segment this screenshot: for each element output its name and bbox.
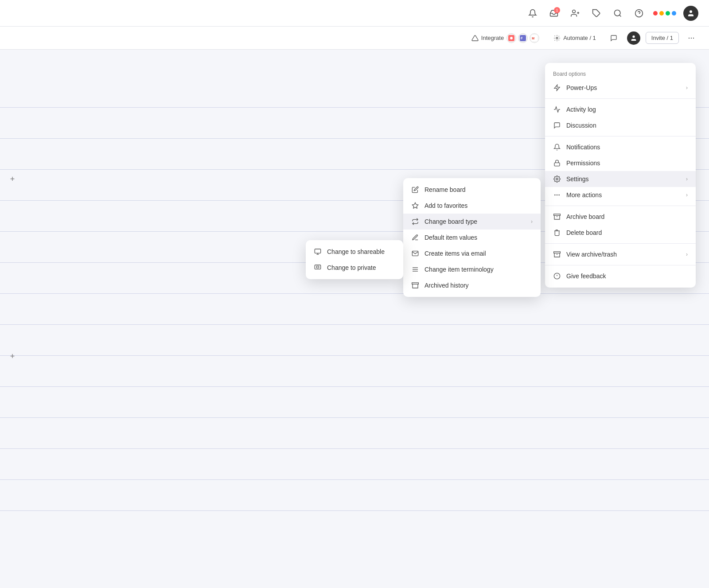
menu-item-discussion[interactable]: Discussion <box>545 117 696 133</box>
toolbar-avatar[interactable] <box>627 31 640 45</box>
svg-marker-17 <box>554 85 560 90</box>
menu-item-default-item-values[interactable]: Default item values <box>403 230 541 245</box>
integrate-button[interactable]: Integrate # M <box>467 31 544 46</box>
puzzle-button[interactable] <box>589 6 604 20</box>
create-items-email-label: Create items via email <box>425 250 533 257</box>
invite-button[interactable]: Invite / 1 <box>646 32 679 44</box>
svg-point-20 <box>554 195 556 196</box>
menu-item-permissions[interactable]: Permissions <box>545 155 696 171</box>
search-button[interactable] <box>611 6 625 20</box>
chat-button[interactable] <box>606 32 622 44</box>
svg-line-5 <box>619 15 621 16</box>
automate-button[interactable]: Automate / 1 <box>549 32 600 44</box>
permissions-label: Permissions <box>566 160 688 167</box>
inbox-badge: 1 <box>554 7 560 13</box>
power-ups-icon <box>553 84 561 92</box>
svg-rect-39 <box>316 266 319 268</box>
view-archive-icon <box>553 250 561 258</box>
notifications-menu-icon <box>553 143 561 151</box>
menu-item-view-archive[interactable]: View archive/trash › <box>545 246 696 262</box>
svg-marker-30 <box>412 202 418 208</box>
permissions-icon <box>553 159 561 167</box>
top-navigation: 1 <box>0 0 709 27</box>
archive-board-icon <box>553 213 561 221</box>
menu-item-settings[interactable]: Settings › <box>545 171 696 187</box>
add-favorites-label: Add to favorites <box>425 202 533 209</box>
menu-item-change-terminology[interactable]: Change item terminology <box>403 261 541 277</box>
add-row-button-2[interactable]: + <box>7 351 18 362</box>
integration-icon-3: M <box>530 33 539 43</box>
menu-item-delete-board[interactable]: Delete board <box>545 225 696 241</box>
secondary-toolbar: Integrate # M Automate / 1 Invi <box>0 27 709 50</box>
menu-item-activity-log[interactable]: Activity log <box>545 101 696 117</box>
invite-people-button[interactable] <box>568 6 582 20</box>
divider-3 <box>545 206 696 206</box>
change-shareable-icon <box>314 248 322 256</box>
svg-point-19 <box>556 178 558 180</box>
more-options-button[interactable]: ··· <box>684 31 698 45</box>
divider-5 <box>545 265 696 265</box>
discussion-icon <box>553 121 561 129</box>
divider-4 <box>545 243 696 244</box>
more-actions-icon <box>553 191 561 199</box>
menu-item-add-favorites[interactable]: Add to favorites <box>403 198 541 214</box>
give-feedback-icon <box>553 272 561 280</box>
main-content: + + Board options Power-Ups › Activity l… <box>0 50 709 588</box>
change-board-type-label: Change board type <box>425 218 526 225</box>
menu-item-notifications[interactable]: Notifications <box>545 139 696 155</box>
monday-logo <box>653 11 676 16</box>
default-item-values-label: Default item values <box>425 234 533 241</box>
change-board-type-icon <box>411 218 419 226</box>
power-ups-chevron: › <box>686 85 688 91</box>
delete-board-icon <box>553 229 561 237</box>
archive-board-label: Archive board <box>566 213 688 220</box>
notifications-button[interactable] <box>526 6 540 20</box>
svg-rect-18 <box>554 163 560 166</box>
add-favorites-icon <box>411 202 419 210</box>
menu-item-change-shareable[interactable]: Change to shareable <box>306 244 403 260</box>
inbox-button[interactable]: 1 <box>547 6 561 20</box>
svg-rect-35 <box>315 249 320 253</box>
delete-board-label: Delete board <box>566 229 688 236</box>
integration-icons: # M <box>506 33 539 43</box>
change-terminology-icon <box>411 265 419 273</box>
divider-2 <box>545 136 696 136</box>
menu-item-rename-board[interactable]: Rename board <box>403 182 541 198</box>
svg-point-8 <box>690 10 692 13</box>
board-options-menu: Board options Power-Ups › Activity log <box>545 63 696 288</box>
user-avatar[interactable] <box>683 6 698 21</box>
create-items-email-icon <box>411 249 419 257</box>
menu-item-change-private[interactable]: Change to private <box>306 260 403 276</box>
svg-rect-25 <box>554 252 561 253</box>
view-archive-chevron: › <box>686 251 688 257</box>
svg-rect-34 <box>412 283 419 284</box>
notifications-label: Notifications <box>566 144 688 151</box>
change-shareable-label: Change to shareable <box>327 248 395 255</box>
menu-item-give-feedback[interactable]: Give feedback <box>545 268 696 284</box>
svg-point-16 <box>632 35 635 38</box>
change-board-type-menu: Change to shareable Change to private <box>306 240 403 279</box>
menu-item-power-ups[interactable]: Power-Ups › <box>545 80 696 96</box>
menu-item-create-items-email[interactable]: Create items via email <box>403 245 541 261</box>
activity-log-icon <box>553 105 561 113</box>
power-ups-label: Power-Ups <box>566 84 681 91</box>
give-feedback-label: Give feedback <box>566 273 688 280</box>
rename-board-icon <box>411 186 419 194</box>
menu-item-archived-history[interactable]: Archived history <box>403 277 541 293</box>
add-row-button-1[interactable]: + <box>7 174 18 184</box>
svg-rect-23 <box>554 214 561 215</box>
default-item-values-icon <box>411 234 419 241</box>
integration-icon-2: # <box>518 33 528 43</box>
menu-item-archive-board[interactable]: Archive board <box>545 209 696 225</box>
svg-point-15 <box>556 37 558 39</box>
help-button[interactable] <box>632 6 646 20</box>
divider-1 <box>545 98 696 99</box>
more-actions-menu: Rename board Add to favorites Change <box>403 178 541 297</box>
change-board-type-chevron: › <box>531 218 533 225</box>
more-actions-label: More actions <box>566 191 681 199</box>
menu-item-more-actions[interactable]: More actions › <box>545 187 696 203</box>
svg-point-4 <box>615 10 620 16</box>
menu-item-change-board-type[interactable]: Change board type › <box>403 214 541 230</box>
svg-point-21 <box>557 195 558 196</box>
discussion-label: Discussion <box>566 122 688 129</box>
